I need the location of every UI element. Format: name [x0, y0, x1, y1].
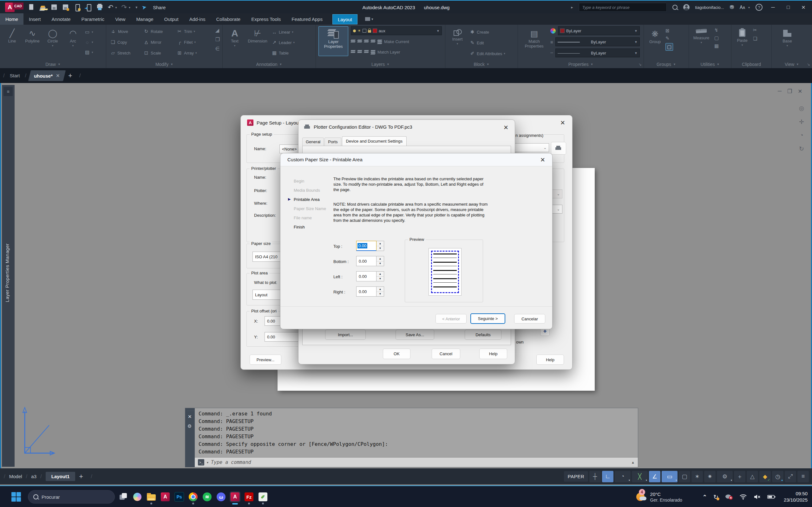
spotify-button[interactable]: ≋ — [202, 492, 212, 502]
dynamic-input-toggle[interactable]: ∠ — [649, 471, 660, 482]
drawing-history-button[interactable]: ◷● — [772, 471, 783, 482]
redo-caret-icon[interactable]: ▾ — [129, 6, 131, 9]
plotter-help-button[interactable]: Help — [479, 349, 507, 359]
anterior-button[interactable]: < Anterior — [436, 314, 467, 324]
tab-home[interactable]: Home — [0, 13, 23, 25]
wizard-step-printable-area[interactable]: ▶ Printable Area — [294, 197, 326, 202]
taskbar-clock[interactable]: 09:50 23/10/2025 — [784, 491, 808, 503]
customization-menu[interactable]: ≡ — [798, 471, 809, 482]
command-line-grip[interactable]: ······ ✕ ⚙ — [185, 408, 195, 467]
notepadpp-button[interactable]: ✐ — [258, 492, 268, 502]
fillet-button[interactable]: ╭Fillet▾ — [177, 38, 210, 46]
annotation-scale-menu[interactable]: ⚙▾ — [717, 471, 733, 482]
custom-paper-close-icon[interactable]: ✕ — [540, 156, 545, 164]
ungroup-icon[interactable]: ⊠ — [665, 28, 673, 34]
workspace-switching[interactable]: ＋ — [734, 471, 745, 482]
taskbar-search-input[interactable]: Procurar — [28, 490, 115, 504]
polar-tracking-toggle[interactable]: ◔▾ — [615, 471, 630, 482]
layer-icon-4[interactable] — [371, 40, 376, 44]
command-history[interactable]: Command: _.erase 1 found Command: PAGESE… — [195, 408, 638, 457]
tab-manage[interactable]: Manage — [131, 13, 159, 25]
tab-annotate[interactable]: Annotate — [46, 13, 76, 25]
command-close-icon[interactable]: ✕ — [188, 414, 192, 419]
line-button[interactable]: ╱Line — [3, 26, 21, 56]
dimension-button[interactable]: ⊬Dimension — [246, 26, 270, 57]
polyline-button[interactable]: ∿Polyline — [23, 26, 41, 56]
osnap-tracking-toggle[interactable]: ╳▾ — [632, 471, 648, 482]
layer-properties-palette-bar[interactable]: ≡ Layer Properties Manager — [2, 85, 14, 467]
offset-icon[interactable]: ∈ — [215, 46, 220, 52]
table-button[interactable]: ▦Table — [271, 49, 295, 57]
select-similar-icon[interactable]: ▢ — [714, 35, 719, 41]
task-view-button[interactable] — [118, 492, 129, 502]
command-input-row[interactable]: >_ ▾ Type a command ▲ — [195, 457, 638, 467]
lineweight-combo[interactable]: ByLayer▼ — [555, 38, 640, 46]
command-recent-caret-icon[interactable]: ▾ — [207, 461, 208, 464]
weather-widget[interactable]: 20°C Ger. Ensolarado — [650, 491, 682, 503]
tray-overflow-chevron-icon[interactable]: ⌃ — [703, 494, 707, 500]
lineweight-list-icon[interactable]: ≡ — [550, 39, 553, 45]
group-edit-icon[interactable]: ✎ — [665, 36, 673, 41]
autocad-logo[interactable]: ACAD — [5, 3, 23, 12]
filezilla-button[interactable]: Fz — [244, 492, 254, 502]
wizard-step-begin[interactable]: Begin — [294, 179, 326, 183]
qat-menu-icon[interactable]: ▾ — [136, 5, 137, 9]
tab-add-ins[interactable]: Add-ins — [184, 13, 211, 25]
account-caret-icon[interactable]: ▾ — [748, 6, 750, 9]
user-name[interactable]: tiagobonifacio... — [695, 5, 724, 10]
open-from-mobile-icon[interactable]: ➜ — [85, 4, 92, 11]
layer-icon-5[interactable] — [351, 50, 356, 54]
panel-title-block[interactable]: Block▼ — [445, 60, 518, 68]
erase-icon[interactable]: ◢ — [215, 27, 220, 33]
model-tab[interactable]: Model — [9, 474, 22, 479]
new-layout-button[interactable]: + — [79, 472, 83, 481]
plotter-ok-button[interactable]: OK — [383, 349, 410, 359]
selection-cycling-toggle[interactable]: ▢ — [679, 471, 690, 482]
plot-icon[interactable] — [96, 4, 103, 11]
top-spinner[interactable]: ▲▼ — [376, 241, 384, 251]
match-properties-button[interactable]: ▤Match Properties — [520, 26, 548, 57]
graphics-performance-toggle[interactable]: ◆✓ — [759, 471, 771, 482]
copy-button[interactable]: ❏Copy — [110, 38, 143, 46]
object-color-combo[interactable]: ByLayer▼ — [558, 26, 640, 35]
tab-layout[interactable]: Layout — [333, 14, 357, 24]
sync-icon[interactable]: ↻ — [713, 493, 718, 501]
array-button[interactable]: ⊞Array▾ — [177, 49, 210, 57]
paste-button[interactable]: Paste▾ — [735, 26, 749, 47]
cut-icon[interactable]: ✂ — [753, 27, 757, 33]
snap-mode-toggle[interactable]: ┼ — [589, 471, 601, 482]
user-avatar[interactable] — [683, 4, 690, 10]
panel-title-groups[interactable]: Groups▼ — [644, 60, 689, 68]
file-tab-close-icon[interactable]: ✕ — [56, 73, 60, 78]
minimize-button[interactable]: ─ — [768, 4, 778, 10]
top-field[interactable]: 0.00 — [356, 241, 376, 251]
save-to-mobile-icon[interactable] — [73, 4, 81, 11]
drawing-restore-icon[interactable]: ❐ — [787, 88, 792, 95]
open-folder-icon[interactable] — [39, 4, 46, 11]
make-current-button[interactable]: Make Current — [351, 38, 442, 46]
page-setup-help-button[interactable]: Help — [537, 354, 564, 365]
search-icon[interactable] — [672, 5, 677, 10]
drawing-minimize-icon[interactable]: ─ — [778, 88, 781, 95]
quick-calc-icon[interactable]: ▦ — [714, 43, 719, 49]
group-button[interactable]: ❋Group — [647, 26, 663, 51]
search-collapse-icon[interactable]: ▸ — [571, 5, 573, 9]
bottom-spinner[interactable]: ▲▼ — [376, 256, 384, 266]
tab-general[interactable]: General — [302, 137, 324, 146]
color-wheel-icon[interactable] — [550, 28, 556, 34]
pan-icon[interactable]: ✛ — [797, 118, 806, 125]
save-as-icon[interactable] — [62, 4, 69, 11]
app-store-icon[interactable]: ⛃ — [730, 4, 734, 11]
panel-title-clipboard[interactable]: Clipboard — [731, 60, 771, 68]
redo-icon[interactable]: ↷ — [121, 4, 127, 11]
save-icon[interactable] — [51, 4, 58, 11]
ribbon-display-toggle[interactable]: ▾ — [365, 13, 373, 25]
tab-featured-apps[interactable]: Featured Apps — [286, 13, 328, 25]
linetype-combo[interactable]: ByLayer▼ — [555, 49, 640, 57]
wrench-icon[interactable]: ⚙ — [188, 424, 192, 429]
donut-button[interactable]: ◌▾ — [84, 38, 93, 46]
file-tab-start[interactable]: Start — [8, 73, 22, 78]
wizard-step-finish[interactable]: Finish — [294, 225, 326, 229]
maximize-button[interactable]: □ — [783, 4, 793, 10]
file-explorer-button[interactable] — [146, 492, 157, 502]
